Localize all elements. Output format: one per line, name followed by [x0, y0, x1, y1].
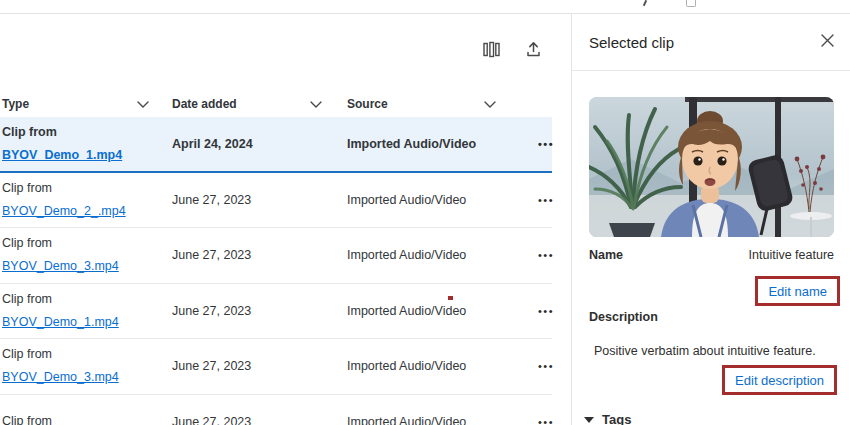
chevron-down-icon[interactable]	[484, 97, 496, 111]
clip-type-prefix: Clip from	[2, 181, 52, 195]
column-label: Type	[2, 97, 29, 111]
clip-file-link[interactable]: BYOV_Demo_1.mp4	[2, 315, 119, 329]
edit-description-link[interactable]: Edit description	[735, 373, 824, 388]
description-value: Positive verbatim about intuitive featur…	[594, 344, 816, 358]
clip-file-link[interactable]: BYOV_Demo_2_.mp4	[2, 204, 126, 218]
edit-description-annotation-box: Edit description	[722, 365, 837, 395]
upload-button[interactable]	[522, 38, 544, 60]
row-menu-button[interactable]: •••	[510, 138, 554, 150]
clip-file-link[interactable]: BYOV_Demo_3.mp4	[2, 259, 119, 273]
table-header: Type Date added Source	[0, 90, 552, 117]
edit-name-link[interactable]: Edit name	[768, 284, 827, 299]
source-cell: Imported Audio/Video	[347, 193, 510, 207]
source-cell: Imported Audio/Video	[347, 304, 510, 318]
close-button[interactable]	[818, 33, 836, 51]
date-added-cell: June 27, 2023	[172, 359, 347, 373]
panel-divider	[572, 70, 850, 71]
column-header-type[interactable]: Type	[0, 97, 172, 111]
chevron-down-icon[interactable]	[137, 97, 149, 111]
upload-icon	[524, 40, 543, 59]
source-cell: Imported Audio/Video	[347, 359, 510, 373]
source-cell: Imported Audio/Video	[347, 415, 510, 425]
table-row[interactable]: Clip from BYOV_Demo_3.mp4 June 27, 2023 …	[0, 228, 552, 284]
columns-view-button[interactable]	[480, 38, 502, 60]
edit-name-annotation-box: Edit name	[755, 276, 840, 306]
table-row[interactable]: Clip from June 27, 2023 Imported Audio/V…	[0, 395, 552, 425]
table-row[interactable]: Clip from BYOV_Demo_1.mp4 April 24, 2024…	[0, 117, 552, 173]
source-cell: Imported Audio/Video	[347, 137, 510, 151]
search-icon	[643, 0, 647, 6]
clip-type-prefix: Clip from	[2, 414, 52, 425]
column-label: Source	[347, 97, 388, 111]
clip-type-prefix: Clip from	[2, 292, 52, 306]
chevron-down-icon[interactable]	[310, 97, 322, 111]
settings-icon	[686, 0, 696, 7]
clip-type-cell: Clip from	[0, 410, 172, 425]
clip-library-table: Type Date added Source Clip from BYOV_D	[0, 90, 552, 425]
date-added-cell: June 27, 2023	[172, 248, 347, 262]
row-menu-button[interactable]: •••	[510, 305, 554, 317]
row-menu-button[interactable]: •••	[510, 194, 554, 206]
columns-icon	[482, 40, 501, 59]
date-added-cell: June 27, 2023	[172, 415, 347, 425]
description-label: Description	[589, 310, 658, 324]
column-header-date-added[interactable]: Date added	[172, 97, 347, 111]
clip-type-cell: Clip from BYOV_Demo_3.mp4	[0, 232, 172, 278]
close-icon	[820, 33, 835, 51]
name-row: Name Intuitive feature	[589, 248, 834, 262]
table-row[interactable]: Clip from BYOV_Demo_2_.mp4 June 27, 2023…	[0, 173, 552, 229]
tags-section-toggle[interactable]: Tags	[584, 412, 631, 425]
date-added-cell: June 27, 2023	[172, 193, 347, 207]
clip-type-cell: Clip from BYOV_Demo_1.mp4	[0, 288, 172, 334]
name-value: Intuitive feature	[749, 248, 834, 262]
panel-title: Selected clip	[589, 34, 674, 51]
date-added-cell: April 24, 2024	[172, 137, 347, 151]
row-menu-button[interactable]: •••	[510, 416, 554, 425]
date-added-cell: June 27, 2023	[172, 304, 347, 318]
source-cell: Imported Audio/Video	[347, 248, 510, 262]
clip-type-prefix: Clip from	[2, 347, 52, 361]
row-menu-button[interactable]: •••	[510, 360, 554, 372]
clip-file-link[interactable]: BYOV_Demo_1.mp4	[2, 148, 122, 162]
clip-thumbnail	[589, 97, 834, 237]
annotation-dot	[448, 296, 453, 300]
library-toolbar	[480, 38, 544, 60]
name-label: Name	[589, 248, 623, 262]
table-row[interactable]: Clip from BYOV_Demo_3.mp4 June 27, 2023 …	[0, 339, 552, 395]
column-label: Date added	[172, 97, 237, 111]
clip-type-prefix: Clip from	[2, 125, 57, 139]
caret-down-icon	[584, 417, 594, 423]
row-menu-button[interactable]: •••	[510, 249, 554, 261]
clip-type-cell: Clip from BYOV_Demo_3.mp4	[0, 343, 172, 389]
tags-label: Tags	[602, 412, 631, 425]
selected-clip-panel: Selected clip	[571, 14, 850, 425]
clip-type-cell: Clip from BYOV_Demo_2_.mp4	[0, 177, 172, 223]
clip-type-cell: Clip from BYOV_Demo_1.mp4	[0, 121, 172, 167]
clip-type-prefix: Clip from	[2, 236, 52, 250]
column-header-source[interactable]: Source	[347, 97, 510, 111]
clip-file-link[interactable]: BYOV_Demo_3.mp4	[2, 370, 119, 384]
table-row[interactable]: Clip from BYOV_Demo_1.mp4 June 27, 2023 …	[0, 284, 552, 340]
table-body: Clip from BYOV_Demo_1.mp4 April 24, 2024…	[0, 117, 552, 425]
